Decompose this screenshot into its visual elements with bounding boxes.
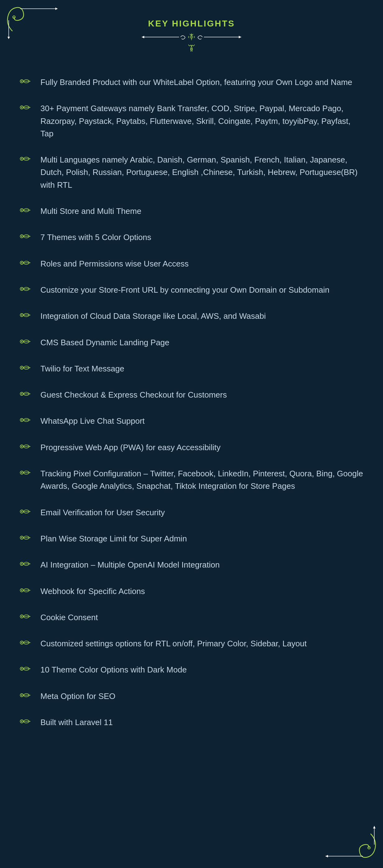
item-text-5: 7 Themes with 5 Color Options xyxy=(40,231,364,244)
svg-point-30 xyxy=(21,367,23,368)
page-title: KEY HIGHLIGHTS xyxy=(19,19,364,29)
list-item: Roles and Permissions wise User Access xyxy=(19,251,364,277)
list-item: Twilio for Text Message xyxy=(19,355,364,382)
svg-marker-6 xyxy=(142,36,144,38)
item-text-11: Guest Checkout & Express Checkout for Cu… xyxy=(40,389,364,401)
list-item: Email Verification for User Security xyxy=(19,499,364,526)
item-text-15: Email Verification for User Security xyxy=(40,506,364,519)
list-item: Customized settings options for RTL on/o… xyxy=(19,630,364,657)
svg-point-36 xyxy=(21,446,23,447)
item-text-3: Multi Languages namely Arabic, Danish, G… xyxy=(40,154,364,191)
svg-marker-61 xyxy=(373,826,376,829)
bullet-icon xyxy=(19,717,32,726)
svg-marker-4 xyxy=(7,37,10,39)
svg-point-38 xyxy=(21,472,23,473)
list-item: Plan Wise Storage Limit for Super Admin xyxy=(19,526,364,552)
list-item: Multi Store and Multi Theme xyxy=(19,198,364,224)
svg-marker-59 xyxy=(325,855,328,858)
list-item: 30+ Payment Gateways namely Bank Transfe… xyxy=(19,95,364,147)
item-text-1: Fully Branded Product with our WhiteLabe… xyxy=(40,76,364,88)
svg-point-16 xyxy=(21,158,23,159)
item-text-10: Twilio for Text Message xyxy=(40,362,364,375)
bullet-icon xyxy=(19,337,32,346)
list-item: CMS Based Dynamic Landing Page xyxy=(19,330,364,355)
bullet-icon xyxy=(19,76,32,86)
svg-point-24 xyxy=(21,288,23,289)
bullet-icon xyxy=(19,559,32,568)
list-item: AI Integration – Multiple OpenAI Model I… xyxy=(19,552,364,578)
item-text-6: Roles and Permissions wise User Access xyxy=(40,257,364,270)
item-text-19: Cookie Consent xyxy=(40,611,364,624)
bullet-icon xyxy=(19,231,32,241)
svg-point-28 xyxy=(21,341,23,342)
item-text-9: CMS Based Dynamic Landing Page xyxy=(40,336,364,349)
svg-point-46 xyxy=(21,590,23,591)
list-item: Customize your Store-Front URL by connec… xyxy=(19,277,364,303)
svg-point-54 xyxy=(21,694,23,696)
svg-point-42 xyxy=(21,537,23,538)
bullet-icon xyxy=(19,690,32,700)
page-container: KEY HIGHLIGHTS xyxy=(0,0,383,868)
list-item: 7 Themes with 5 Color Options xyxy=(19,224,364,250)
bullet-icon xyxy=(19,415,32,425)
svg-point-48 xyxy=(21,616,23,617)
item-text-23: Built with Laravel 11 xyxy=(40,716,364,728)
item-text-16: Plan Wise Storage Limit for Super Admin xyxy=(40,532,364,545)
item-text-22: Meta Option for SEO xyxy=(40,690,364,702)
item-text-2: 30+ Payment Gateways namely Bank Transfe… xyxy=(40,102,364,140)
svg-point-52 xyxy=(21,668,23,670)
bullet-icon xyxy=(19,389,32,399)
bullet-icon xyxy=(19,284,32,293)
item-text-18: Webhook for Specific Actions xyxy=(40,585,364,597)
bullet-icon xyxy=(19,507,32,516)
bullet-icon xyxy=(19,363,32,372)
bullet-icon xyxy=(19,310,32,320)
list-item: Meta Option for SEO xyxy=(19,683,364,709)
svg-marker-9 xyxy=(239,36,241,38)
svg-point-34 xyxy=(21,420,23,421)
list-item: WhatsApp Live Chat Support xyxy=(19,408,364,434)
list-item: Multi Languages namely Arabic, Danish, G… xyxy=(19,147,364,198)
list-item: Cookie Consent xyxy=(19,604,364,630)
corner-decoration-tl xyxy=(3,3,59,40)
list-item: Integration of Cloud Data Storage like L… xyxy=(19,303,364,329)
item-text-13: Progressive Web App (PWA) for easy Acces… xyxy=(40,441,364,454)
bullet-icon xyxy=(19,206,32,215)
list-item: 10 Theme Color Options with Dark Mode xyxy=(19,657,364,683)
list-item: Fully Branded Product with our WhiteLabe… xyxy=(19,69,364,95)
bullet-icon xyxy=(19,154,32,163)
bullet-icon xyxy=(19,468,32,477)
svg-point-26 xyxy=(21,314,23,316)
svg-point-50 xyxy=(21,642,23,643)
highlights-list: Fully Branded Product with our WhiteLabe… xyxy=(19,69,364,735)
list-item: Guest Checkout & Express Checkout for Cu… xyxy=(19,382,364,408)
list-item: Webhook for Specific Actions xyxy=(19,578,364,604)
page-header: KEY HIGHLIGHTS xyxy=(19,12,364,54)
bullet-icon xyxy=(19,258,32,268)
item-text-4: Multi Store and Multi Theme xyxy=(40,205,364,217)
svg-point-18 xyxy=(21,210,23,211)
svg-point-22 xyxy=(21,262,23,264)
header-divider xyxy=(19,32,364,42)
svg-point-20 xyxy=(21,236,23,237)
bullet-icon xyxy=(19,533,32,542)
item-text-14: Tracking Pixel Configuration – Twitter, … xyxy=(40,467,364,493)
item-text-21: 10 Theme Color Options with Dark Mode xyxy=(40,663,364,676)
item-text-7: Customize your Store-Front URL by connec… xyxy=(40,284,364,296)
svg-point-12 xyxy=(21,81,23,82)
item-text-17: AI Integration – Multiple OpenAI Model I… xyxy=(40,559,364,571)
list-item: Built with Laravel 11 xyxy=(19,709,364,735)
item-text-20: Customized settings options for RTL on/o… xyxy=(40,637,364,650)
svg-point-56 xyxy=(21,721,23,722)
bullet-icon xyxy=(19,442,32,451)
list-item: Tracking Pixel Configuration – Twitter, … xyxy=(19,461,364,499)
svg-point-32 xyxy=(21,393,23,395)
item-text-8: Integration of Cloud Data Storage like L… xyxy=(40,310,364,322)
svg-point-44 xyxy=(21,563,23,564)
bullet-icon xyxy=(19,612,32,621)
list-item: Progressive Web App (PWA) for easy Acces… xyxy=(19,434,364,461)
corner-decoration-br xyxy=(324,825,380,862)
svg-marker-2 xyxy=(55,7,58,10)
bullet-icon xyxy=(19,586,32,595)
bullet-icon xyxy=(19,664,32,674)
